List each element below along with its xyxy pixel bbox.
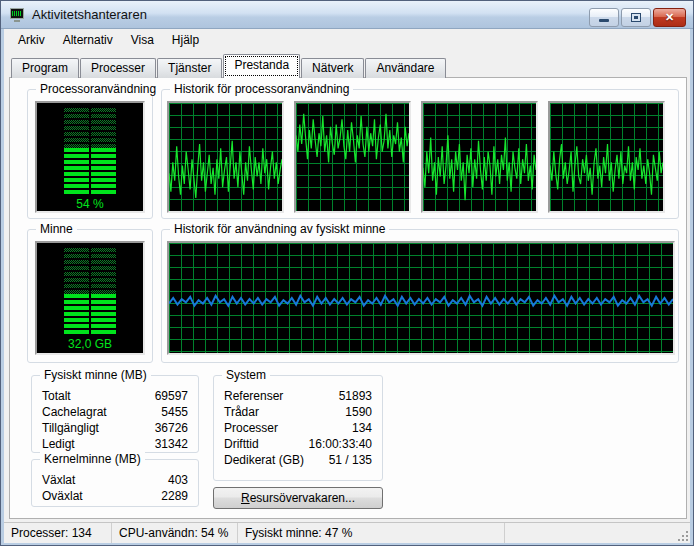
cpu-history-chart-3 [421,101,538,213]
maximize-icon [631,13,641,22]
stat-row: Drifttid16:00:33:40 [214,436,382,452]
kernel-memory-group: Kernelminne (MB) Växlat403Oväxlat2289 [31,459,199,507]
stat-value: 36726 [155,420,188,436]
stat-value: 69597 [155,388,188,404]
stat-value: 403 [168,472,188,488]
window-frame-bottom [1,543,693,545]
close-icon: ✕ [665,11,674,24]
memory-history-group-title: Historik för användning av fysiskt minne [170,222,389,236]
stat-row: Oväxlat2289 [32,488,198,504]
cpu-history-chart-4 [548,101,665,213]
menubar: Arkiv Alternativ Visa Hjälp [4,29,690,51]
stat-value: 16:00:33:40 [309,436,372,452]
stat-label: Ledigt [42,436,75,452]
memory-history-chart [167,241,675,355]
memory-gauge: 32,0 GB [35,241,145,355]
tab-anvandare[interactable]: Användare [365,58,445,78]
stat-value: 1590 [345,404,372,420]
maximize-button[interactable] [621,8,651,27]
task-manager-app-icon [10,8,26,22]
stat-label: Drifttid [224,436,259,452]
stat-row: Processer134 [214,420,382,436]
stat-label: Totalt [42,388,71,404]
stat-row: Totalt69597 [32,388,198,404]
stat-label: Växlat [42,472,75,488]
stat-row: Tillgängligt36726 [32,420,198,436]
physical-memory-group: Fysiskt minne (MB) Totalt69597Cachelagra… [31,375,199,453]
stat-value: 2289 [161,488,188,504]
cpu-usage-value: 54 % [76,197,103,211]
status-spacer [505,523,690,543]
stat-label: Tillgängligt [42,420,99,436]
stat-value: 134 [352,420,372,436]
titlebar[interactable]: Aktivitetshanteraren ✕ [1,1,693,29]
window-frame-left [1,29,4,543]
stat-label: Trådar [224,404,259,420]
kernel-memory-group-title: Kernelminne (MB) [40,452,145,466]
stat-row: Cachelagrat5455 [32,404,198,420]
stat-label: Cachelagrat [42,404,107,420]
menu-arkiv[interactable]: Arkiv [9,30,54,50]
task-manager-window: Aktivitetshanteraren ✕ Arkiv Alternativ … [0,0,694,546]
menu-hjalp[interactable]: Hjälp [163,30,208,50]
stat-row: Dedikerat (GB)51 / 135 [214,452,382,468]
resource-monitor-button[interactable]: Resursövervakaren... [213,487,383,509]
status-physical-memory: Fysiskt minne: 47 % [238,523,505,543]
cpu-usage-group-title: Processoranvändning [36,82,160,96]
memory-gauge-value: 32,0 GB [68,337,112,351]
system-group: System Referenser51893Trådar1590Processe… [213,375,383,481]
system-group-title: System [222,368,270,382]
physical-memory-group-title: Fysiskt minne (MB) [40,368,151,382]
stat-row: Referenser51893 [214,388,382,404]
stat-label: Oväxlat [42,488,83,504]
stat-label: Dedikerat (GB) [224,452,304,468]
stat-label: Processer [224,420,278,436]
cpu-history-chart-2 [294,101,411,213]
tabstrip: Program Processer Tjänster Prestanda Nät… [11,54,447,78]
window-title: Aktivitetshanteraren [32,7,147,22]
minimize-icon [599,19,609,22]
cpu-history-chart-1 [167,101,284,213]
cpu-history-group-title: Historik för processoranvändning [170,82,353,96]
tab-natverk[interactable]: Nätverk [301,58,364,78]
tab-tjanster[interactable]: Tjänster [157,58,222,78]
minimize-button[interactable] [589,8,619,27]
status-cpu-usage: CPU-användn: 54 % [112,523,238,543]
cpu-usage-gauge: 54 % [35,101,145,213]
menu-alternativ[interactable]: Alternativ [54,30,122,50]
tab-processer[interactable]: Processer [80,58,156,78]
stat-row: Ledigt31342 [32,436,198,452]
window-frame-right [690,29,693,543]
tab-prestanda[interactable]: Prestanda [223,54,300,78]
stat-row: Trådar1590 [214,404,382,420]
stat-value: 51893 [339,388,372,404]
stat-row: Växlat403 [32,472,198,488]
menu-visa[interactable]: Visa [122,30,163,50]
status-processes: Processer: 134 [4,523,112,543]
stat-value: 5455 [161,404,188,420]
statusbar: Processer: 134 CPU-användn: 54 % Fysiskt… [4,522,690,543]
resource-monitor-button-label: Resursövervakaren... [241,491,355,505]
stat-label: Referenser [224,388,283,404]
resize-grip[interactable] [677,530,689,542]
stat-value: 31342 [155,436,188,452]
tab-program[interactable]: Program [11,58,79,78]
stat-value: 51 / 135 [329,452,372,468]
memory-gauge-group-title: Minne [36,222,77,236]
close-button[interactable]: ✕ [653,8,686,27]
